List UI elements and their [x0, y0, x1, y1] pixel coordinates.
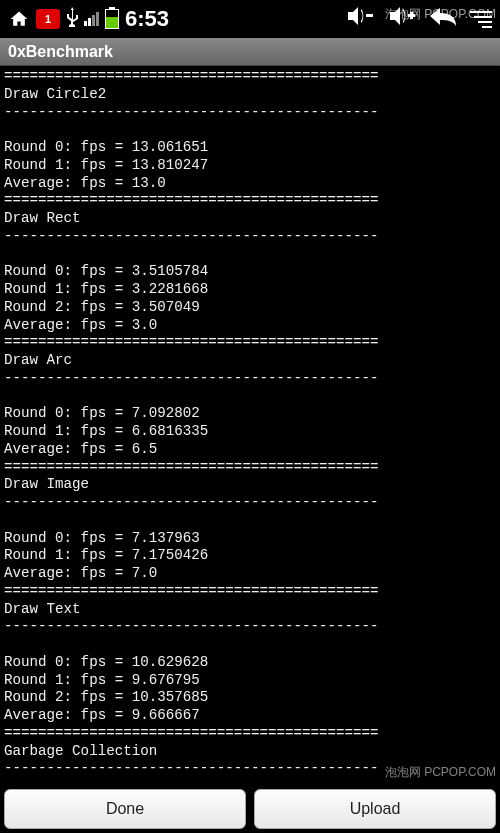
- volume-up-icon[interactable]: [388, 5, 416, 33]
- signal-icon: [84, 12, 99, 26]
- app-title: 0xBenchmark: [8, 43, 113, 61]
- svg-rect-2: [410, 12, 413, 19]
- home-icon[interactable]: [8, 9, 30, 29]
- console-output: ========================================…: [0, 66, 500, 785]
- button-bar: Done Upload: [0, 785, 500, 833]
- app-title-bar: 0xBenchmark: [0, 38, 500, 66]
- usb-icon: [66, 7, 78, 32]
- menu-icon[interactable]: [470, 11, 492, 28]
- back-icon[interactable]: [430, 4, 456, 34]
- battery-icon: [105, 9, 119, 29]
- status-bar: 1 6:53: [0, 0, 500, 38]
- clock: 6:53: [125, 6, 169, 32]
- volume-down-icon[interactable]: [346, 5, 374, 33]
- upload-button[interactable]: Upload: [254, 789, 496, 829]
- svg-rect-0: [366, 14, 373, 17]
- done-button[interactable]: Done: [4, 789, 246, 829]
- notification-badge[interactable]: 1: [36, 9, 60, 29]
